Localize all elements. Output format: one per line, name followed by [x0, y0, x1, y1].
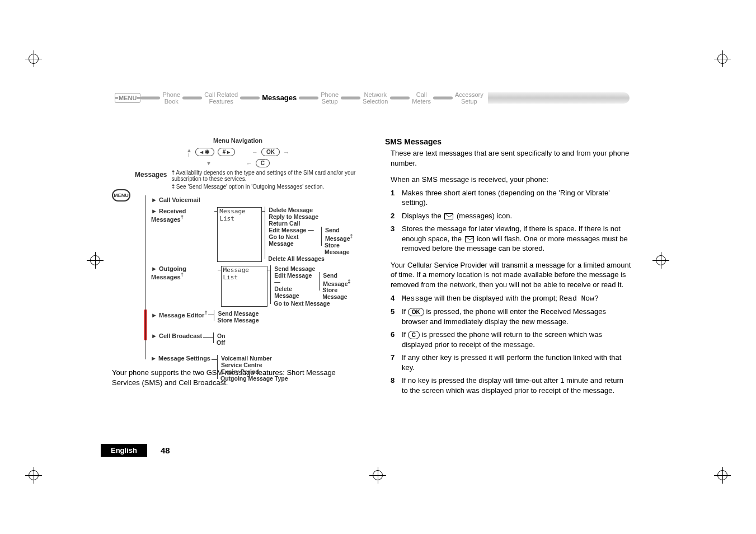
- sub-goto-next: Go to Next Message: [270, 300, 364, 307]
- nav-item: Phone Book: [160, 91, 182, 105]
- ok-key-inline: OK: [408, 308, 424, 316]
- nav-item: Accessory Setup: [453, 91, 486, 105]
- sub-edit-message: Edit Message: [274, 272, 312, 279]
- message-list-box: Message List: [217, 207, 262, 262]
- nav-item: Phone Setup: [318, 91, 341, 105]
- sms-para-3: Your Cellular Service Provider will tran…: [391, 260, 631, 290]
- sms-para-1: These are text messages that are sent sp…: [391, 148, 631, 168]
- page-content: Menu Navigation ▲ ◂ ✱ # ▸ → OK → ▼ ← C M…: [112, 137, 632, 399]
- list-num: 5: [391, 307, 397, 326]
- sub-delete-all: Delete All Messages: [265, 255, 364, 262]
- footnote-2: See 'Send Message' option in 'Outgoing M…: [176, 184, 324, 190]
- sub-service-centre: Service Centre: [217, 362, 288, 368]
- footnote-1: Availability depends on the type and set…: [171, 170, 355, 182]
- sub-delete-message: Delete Message: [265, 207, 364, 213]
- nav-item: Network Selection: [360, 91, 390, 105]
- sub-on: On: [213, 332, 226, 339]
- list-text: If OK is pressed, the phone will enter t…: [402, 307, 631, 326]
- crop-mark: [714, 467, 731, 484]
- footer-language: English: [101, 444, 147, 457]
- list-text: If any other key is pressed it will perf…: [402, 353, 631, 372]
- left-arrow-icon: ←: [246, 160, 252, 167]
- nav-tail: [488, 92, 630, 104]
- menu-nav-title: Menu Navigation: [112, 137, 364, 144]
- sub-reply-to-message: Reply to Message: [265, 213, 364, 220]
- mail-icon: [444, 213, 453, 219]
- branch-call-voicemail: Call Voicemail: [159, 196, 200, 203]
- nav-connector: [299, 96, 318, 100]
- sub-expiry-period: Expiry Period: [217, 368, 288, 375]
- nav-item: Call Meters: [410, 91, 433, 105]
- sub-store-message: Store Message: [321, 242, 364, 255]
- list-text: Message will then be displayed with the …: [402, 293, 599, 304]
- down-arrow-icon: ▼: [206, 160, 212, 166]
- list-text: If C is pressed the phone will return to…: [402, 330, 631, 349]
- nav-item-active: Messages: [260, 94, 299, 102]
- sub-outgoing-msg-type: Outgoing Message Type: [217, 375, 288, 382]
- list-num: 2: [391, 211, 397, 221]
- left-star-key: ◂ ✱: [195, 148, 214, 156]
- branch-cell-broadcast: Cell Broadcast: [159, 332, 202, 339]
- sms-para-2: When an SMS message is received, your ph…: [391, 175, 631, 185]
- crop-mark: [87, 252, 104, 269]
- ok-key: OK: [261, 148, 280, 156]
- tree-root-label: Messages: [135, 171, 167, 179]
- sub-send-message: Send Message: [323, 272, 348, 287]
- dagger-symbol: †: [171, 170, 175, 176]
- list-num: 1: [391, 188, 397, 208]
- page-number: 48: [161, 446, 170, 455]
- nav-connector: [341, 96, 360, 100]
- sub-send-message: Send Message: [325, 227, 350, 242]
- crop-mark: [714, 50, 731, 67]
- nav-item: Call Related Features: [202, 91, 240, 105]
- branch-message-settings: Message Settings: [158, 355, 210, 362]
- list-text: Stores the message for later viewing, if…: [402, 224, 631, 254]
- crop-mark: [369, 467, 386, 484]
- right-column: SMS Messages These are text messages tha…: [385, 137, 631, 399]
- menu-tree-diagram: Menu Navigation ▲ ◂ ✱ # ▸ → OK → ▼ ← C M…: [112, 137, 364, 361]
- sms-heading: SMS Messages: [385, 137, 631, 146]
- list-num: 6: [391, 330, 397, 349]
- sub-send-message: Send Message: [270, 265, 364, 272]
- list-num: 7: [391, 353, 397, 372]
- list-text: Makes three short alert tones (depending…: [402, 188, 631, 208]
- nav-connector: [433, 96, 453, 100]
- sub-voicemail-number: Voicemail Number: [217, 355, 288, 362]
- nav-connector: [140, 96, 160, 100]
- message-list-box: Message List: [221, 266, 267, 307]
- crop-mark: [25, 50, 42, 67]
- menu-oval-button: MENU: [112, 189, 130, 202]
- nav-connector: [390, 96, 410, 100]
- sub-store-message: Store Message: [214, 317, 259, 324]
- ddagger-symbol: ‡: [171, 184, 175, 190]
- list-num: 4: [391, 293, 397, 304]
- top-nav-bar: MENU Phone Book Call Related Features Me…: [115, 84, 630, 112]
- sub-off: Off: [213, 339, 226, 346]
- sub-return-call: Return Call: [265, 220, 364, 227]
- right-arrow-icon: →: [252, 149, 258, 156]
- crop-mark: [652, 252, 669, 269]
- sub-delete-message: Delete Message: [274, 285, 317, 299]
- menu-button: MENU: [115, 93, 140, 103]
- c-key-inline: C: [408, 331, 420, 339]
- crop-mark: [25, 467, 42, 484]
- sub-goto-next: Go to Next Message: [269, 233, 319, 247]
- right-arrow-icon: →: [283, 149, 289, 156]
- nav-connector: [240, 96, 260, 100]
- sub-send-message: Send Message: [214, 310, 259, 317]
- list-num: 8: [391, 376, 397, 395]
- branch-message-editor: Message Editor: [159, 312, 204, 318]
- sub-edit-message: Edit Message: [269, 227, 306, 233]
- list-text: Displays the (messages) icon.: [402, 211, 512, 221]
- hash-right-key: # ▸: [218, 148, 235, 156]
- nav-connector: [182, 96, 202, 100]
- left-column: Menu Navigation ▲ ◂ ✱ # ▸ → OK → ▼ ← C M…: [112, 137, 364, 399]
- c-key: C: [256, 159, 270, 167]
- page-footer: English 48: [101, 444, 170, 457]
- mail-icon: [465, 236, 474, 242]
- sub-store-message: Store Message: [319, 287, 364, 300]
- list-num: 3: [391, 224, 397, 254]
- list-text: If no key is pressed the display will ti…: [402, 376, 631, 395]
- up-down-arrow-icon: ▲: [186, 147, 192, 157]
